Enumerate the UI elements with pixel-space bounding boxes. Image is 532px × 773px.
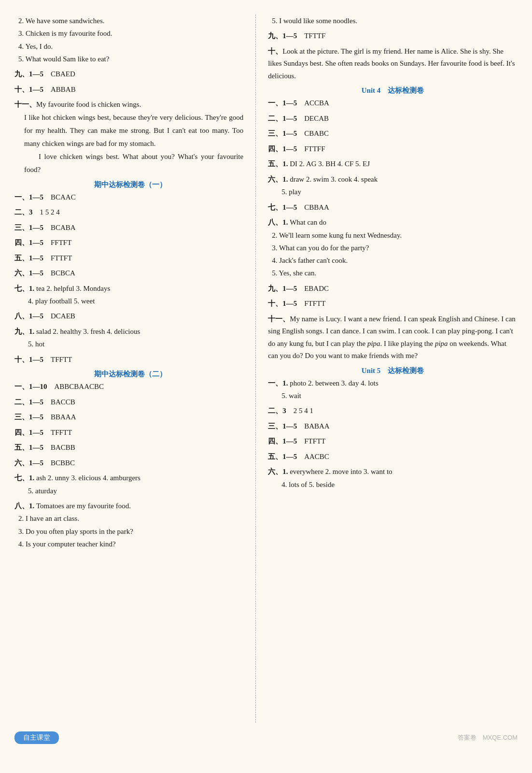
left-column: 2. We have some sandwiches. 3. Chicken i… (14, 14, 256, 723)
answer-text: DI 2. AG 3. BH 4. CF 5. EJ (288, 160, 370, 168)
answer-text: EBADC (304, 285, 329, 292)
list-item: 3. What can you do for the party? (272, 242, 518, 254)
answer-text: DCAEB (51, 312, 75, 320)
section-title-mid2: 期中达标检测卷（二） (14, 370, 246, 379)
section-label: 十、1—5 (14, 356, 51, 363)
section-7u4: 七、1—5 CBBAA (268, 201, 518, 214)
answer-text: BCBCA (51, 269, 75, 277)
right-column: 5. I would like some noodles. 九、1—5 TFTT… (256, 14, 518, 723)
list-item: 5. Yes, she can. (272, 267, 518, 279)
section-10r: 十、Look at the picture. The girl is my fr… (268, 45, 518, 83)
answer-text: salad 2. healthy 3. fresh 4. delicious (34, 328, 140, 335)
section-label: 十、1—5 (14, 86, 51, 93)
section-label: 九、1—5 (14, 70, 51, 78)
section-label: 四、1—5 (268, 145, 304, 153)
top-items-left: 2. We have some sandwiches. 3. Chicken i… (14, 14, 246, 65)
section-4a: 四、1—5 FFTFT (14, 237, 246, 249)
answer-text: BBAAA (51, 413, 76, 421)
section-label: 十、 (268, 47, 282, 55)
answer-text: BACBB (51, 444, 75, 451)
answer-text: FTFTT (304, 437, 325, 445)
section-label: 三、1—5 (268, 129, 304, 137)
section-3a: 三、1—5 BCABA (14, 222, 246, 234)
paragraph-text: My favourite food is chicken wings. (36, 100, 141, 108)
answer-text: ABBAB (51, 86, 76, 93)
section-title-mid1: 期中达标检测卷（一） (14, 180, 246, 189)
section-label: 九、1—5 (268, 285, 304, 292)
answer-text: BABAA (304, 422, 330, 430)
section-label: 四、1—5 (14, 429, 51, 436)
answer-text: FFTFT (51, 239, 71, 246)
list-item: 2. We have some sandwiches. (18, 14, 246, 27)
answer-extra: 5. aturday (28, 485, 246, 497)
section-label: 五、1—5 (14, 254, 51, 262)
section-label: 三、1—5 (14, 224, 51, 231)
watermark-text: 答案卷 MXQE.COM (458, 733, 518, 742)
section-label: 九、1—5 (268, 32, 304, 40)
answer-extra: 4. lots of 5. beside (281, 478, 518, 491)
bottom-bar: 自主课堂 答案卷 MXQE.COM (0, 728, 532, 744)
section-9-left: 九、1—5 CBAED (14, 68, 246, 81)
section-1a: 一、1—5 BCAAC (14, 191, 246, 204)
answer-text: draw 2. swim 3. cook 4. speak (288, 175, 378, 183)
section-label: 二、3 (268, 407, 294, 415)
section-5u4: 五、1. DI 2. AG 3. BH 4. CF 5. EJ (268, 158, 518, 171)
section-10-left: 十、1—5 ABBAB (14, 84, 246, 96)
answer-text: tea 2. helpful 3. Mondays (34, 285, 110, 292)
answer-text: CBABC (304, 129, 329, 137)
list-item: 2. I have an art class. (18, 512, 246, 525)
answer-text: FTTFT (51, 254, 72, 262)
section-label: 九、1. (14, 328, 34, 335)
answer-text: ash 2. unny 3. elicious 4. amburgers (34, 474, 140, 482)
section-title-unit5: Unit 5 达标检测卷 (268, 366, 518, 375)
answer-text: CBBAA (304, 203, 329, 211)
answer-extra: 4. play football 5. weet (28, 295, 246, 307)
section-3b: 三、1—5 BBAAA (14, 411, 246, 424)
section-label: 五、1—5 (268, 453, 304, 460)
section-1u4: 一、1—5 ACCBA (268, 97, 518, 110)
section-label: 十、1—5 (268, 300, 304, 307)
section-5b: 五、1—5 BACBB (14, 442, 246, 454)
section-label: 一、1—5 (14, 193, 51, 201)
section-label: 五、1. (268, 160, 288, 168)
section-label: 三、1—5 (268, 422, 304, 430)
list-item: 5. I would like some noodles. (272, 14, 518, 27)
section-6u5: 六、1. everywhere 2. move into 3. want to … (268, 466, 518, 491)
section-title-unit4: Unit 4 达标检测卷 (268, 86, 518, 95)
list-item: 4. Is your computer teacher kind? (18, 538, 246, 550)
paragraph-text: Look at the picture. The girl is my frie… (268, 47, 515, 80)
section-label: 一、1. (268, 379, 288, 387)
section-label: 七、1. (14, 474, 34, 482)
page: 2. We have some sandwiches. 3. Chicken i… (0, 0, 532, 773)
answer-text: FTTFF (304, 145, 325, 153)
section-label: 八、1—5 (14, 312, 51, 320)
section-label: 六、1—5 (14, 459, 51, 467)
answer-text: BCABA (51, 224, 76, 231)
answer-text: CBAED (51, 70, 75, 78)
section-label: 六、1. (268, 175, 288, 183)
answer-text: 2 5 4 1 (294, 407, 313, 415)
section-label: 五、1—5 (14, 444, 51, 451)
answer-text: BCBBC (51, 459, 75, 467)
section-8b: 八、1. Tomatoes are my favourite food. 2. … (14, 500, 246, 550)
answer-extra: 5. hot (28, 338, 246, 350)
list-item: 4. Jack's father can't cook. (272, 254, 518, 267)
section-label: 二、1—5 (14, 398, 51, 406)
section-8u4: 八、1. What can do 2. We'll learn some kun… (268, 216, 518, 280)
section-2u4: 二、1—5 DECAB (268, 113, 518, 125)
answer-text: TFFTT (51, 356, 72, 363)
section-label: 七、1—5 (268, 203, 304, 211)
answer-text: AACBC (304, 453, 329, 460)
answer-text: everywhere 2. move into 3. want to (288, 468, 392, 475)
section-5a: 五、1—5 FTTFT (14, 252, 246, 265)
section-6a: 六、1—5 BCBCA (14, 267, 246, 280)
section-8a: 八、1—5 DCAEB (14, 310, 246, 323)
section-label: 七、1. (14, 285, 34, 292)
section-7b: 七、1. ash 2. unny 3. elicious 4. amburger… (14, 472, 246, 497)
section-6b: 六、1—5 BCBBC (14, 457, 246, 470)
answer-text: photo 2. between 3. day 4. lots (288, 379, 378, 387)
paragraph-text: My name is Lucy. I want a new friend. I … (268, 315, 516, 360)
section-label: 八、1. (268, 218, 288, 226)
top-item-right: 5. I would like some noodles. (268, 14, 518, 27)
section-5u5: 五、1—5 AACBC (268, 451, 518, 463)
